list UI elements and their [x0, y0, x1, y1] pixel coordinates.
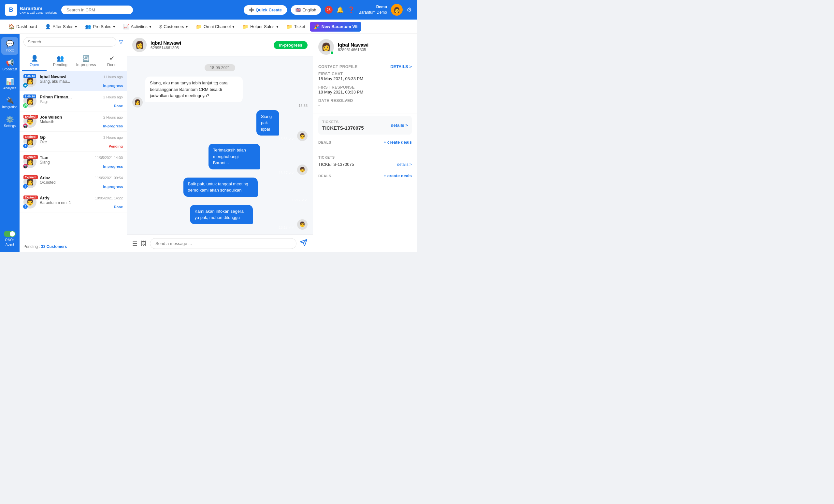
image-attach-button[interactable]: 🖼 [141, 240, 147, 247]
message-row: Siang pak iqbal 15:33 ✓✓ 👨 [132, 110, 308, 141]
agent-toggle[interactable]: Off/On Agent [4, 228, 16, 249]
chat-input-bar: ☰ 🖼 [127, 235, 313, 252]
menu-button[interactable]: ☰ [132, 240, 137, 247]
global-search-input[interactable] [61, 5, 133, 14]
deals-label: DEALS [318, 140, 331, 144]
sidebar-item-inbox[interactable]: 💬 Inbox [1, 37, 18, 55]
date-resolved-row: DATE RESOLVED - [313, 97, 417, 110]
chevron-down-icon: ▾ [186, 24, 188, 29]
quick-create-button[interactable]: ➕ Quick Create [244, 5, 287, 15]
contact-profile-section: CONTACT PROFILE DETAILS > [313, 60, 417, 70]
chat-time: 11/05/2021 14:00 [95, 156, 123, 160]
online-indicator [330, 51, 334, 55]
plus-icon: ➕ [249, 7, 254, 13]
ticket-label: TICKETS [322, 120, 364, 124]
sidebar-item-analytics[interactable]: 📊 Analytics [1, 75, 18, 92]
list-item[interactable]: 👨 Expired! 📷 Joe Wilson 2 Hours ago Maka… [20, 111, 127, 132]
details-link[interactable]: DETAILS > [390, 64, 412, 69]
nav-bar: 🏠 Dashboard 👤 After Sales ▾ 👥 Pre Sales … [0, 20, 417, 34]
language-button[interactable]: 🇬🇧 English [291, 5, 321, 15]
list-item[interactable]: 👩 Expired! f Gp 3 Hours ago Oke Pending [20, 132, 127, 152]
nav-pre-sales[interactable]: 👥 Pre Sales ▾ [82, 22, 118, 31]
notifications-button[interactable]: 🔔 [336, 6, 344, 13]
tab-done[interactable]: ✔ Done [100, 53, 124, 71]
settings-icon[interactable]: ⚙ [407, 6, 412, 13]
inbox-search-bar: ▽ [20, 34, 127, 50]
send-button[interactable] [300, 239, 308, 248]
first-chat-label: FIRST CHAT [318, 72, 412, 76]
status-badge: Pending [109, 144, 123, 148]
celebration-icon: 🎉 [314, 24, 320, 30]
nav-activities[interactable]: 📈 Activities ▾ [120, 22, 155, 31]
ticket-row-details-link[interactable]: details > [397, 162, 412, 167]
chat-name: Ardy [40, 196, 49, 200]
status-badge: In-progress [103, 124, 123, 128]
message-input[interactable] [150, 238, 297, 249]
nav-customers[interactable]: $ Customers ▾ [156, 22, 191, 31]
chevron-down-icon: ▾ [232, 24, 235, 29]
nav-after-sales[interactable]: 👤 After Sales ▾ [42, 22, 81, 31]
main-layout: 💬 Inbox 📢 Broadcast 📊 Analytics 🔌 Integr… [0, 34, 417, 252]
brand-name: Barantum [20, 5, 57, 12]
settings-gear-icon: ⚙️ [6, 115, 14, 123]
nav-new-v5[interactable]: 🎉 New Barantum V5 [310, 22, 361, 31]
sidebar-item-settings[interactable]: ⚙️ Settings [1, 113, 18, 130]
create-deal-button[interactable]: + create deals [384, 140, 412, 145]
chat-name: Iqbal Nawawi [40, 74, 66, 79]
sidebar-item-integration[interactable]: 🔌 Integration [1, 94, 18, 111]
chat-list: 👩 1:00:10 ✈ Iqbal Nawawi 1 Hours ago Sia… [20, 71, 127, 241]
list-item[interactable]: 👩 1:00:10 W Prihan Firman... 2 Hours ago… [20, 91, 127, 111]
status-badge: Done [114, 205, 123, 209]
pre-sales-icon: 👥 [85, 24, 91, 30]
message-row: Kami akan infokan segera ya pak, mohon d… [132, 205, 308, 230]
chat-name: Tian [40, 155, 48, 160]
tab-inprogress[interactable]: 🔄 In-progress [74, 53, 98, 71]
chat-header-bar: 👩 Iqbal Nawawi 6289514661305 In-progress [127, 34, 313, 57]
pending-customers-link[interactable]: 33 Customers [41, 244, 67, 249]
message-avatar: 👨 [297, 219, 308, 230]
toggle-track[interactable] [4, 231, 16, 237]
list-item[interactable]: 👨 Expired! f Ardy 10/05/2021 14:22 Baran… [20, 192, 127, 213]
message-time: 16:17 ✓✓ [208, 171, 294, 175]
chat-preview: Barantumm nmr 1 [40, 200, 123, 205]
ticket-details-link[interactable]: details > [391, 123, 408, 128]
message-avatar: 👨 [297, 165, 308, 175]
activities-icon: 📈 [123, 24, 129, 30]
nav-ticket[interactable]: 📁 Ticket [283, 22, 308, 31]
channel-badge-facebook: f [23, 204, 28, 209]
message-bubble: Siang pak iqbal [256, 110, 279, 136]
sidebar-item-broadcast[interactable]: 📢 Broadcast [1, 56, 18, 74]
tab-open[interactable]: 👤 Open [22, 53, 47, 71]
contact-name: Iqbal Nawawi [151, 40, 270, 46]
inbox-tabs: 👤 Open 👥 Pending 🔄 In-progress ✔ Done [20, 50, 127, 71]
nav-dashboard[interactable]: 🏠 Dashboard [5, 22, 40, 31]
user-info: Demo Barantum Demo [359, 4, 387, 15]
create-deal-bottom-button[interactable]: + create deals [384, 173, 412, 178]
channel-badge-whatsapp: W [23, 103, 28, 108]
ticket-row: TICKETS-1370075 details > [318, 161, 412, 168]
chat-preview: Siang [40, 160, 123, 165]
nav-omni-channel[interactable]: 📁 Omni Channel ▾ [193, 22, 238, 31]
help-button[interactable]: ❓ [348, 6, 355, 13]
channel-badge-telegram: ✈ [23, 83, 28, 88]
customers-icon: $ [159, 24, 162, 29]
tab-pending[interactable]: 👥 Pending [48, 53, 72, 71]
list-item[interactable]: 👩 1:00:10 ✈ Iqbal Nawawi 1 Hours ago Sia… [20, 71, 127, 91]
done-tab-icon: ✔ [109, 55, 114, 62]
profile-avatar: 👩 [318, 39, 334, 55]
list-item[interactable]: 👩 Expired! f Ariaz 11/05/2021 09:54 Ok,n… [20, 172, 127, 192]
pending-footer: Pending : 33 Customers [20, 241, 127, 252]
profile-header: 👩 Iqbal Nawawi 6289514661305 [313, 34, 417, 60]
profile-name: Iqbal Nawawi [338, 42, 369, 48]
nav-helper-sales[interactable]: 📁 Helper Sales ▾ [239, 22, 282, 31]
inbox-search-input[interactable] [23, 37, 116, 47]
channel-badge-facebook: f [23, 184, 28, 189]
ticket-row-id: TICKETS-1370075 [318, 162, 354, 167]
divider [313, 113, 417, 113]
chat-preview: Siang, aku mau... [40, 79, 123, 84]
list-item[interactable]: 👩 Expired! 📷 Tian 11/05/2021 14:00 Siang… [20, 152, 127, 172]
tickets-bottom-label: TICKETS [318, 155, 412, 159]
message-time: 16:17 ✓✓ [183, 198, 308, 202]
filter-icon[interactable]: ▽ [119, 39, 123, 45]
chat-time: 11/05/2021 09:54 [95, 176, 123, 180]
